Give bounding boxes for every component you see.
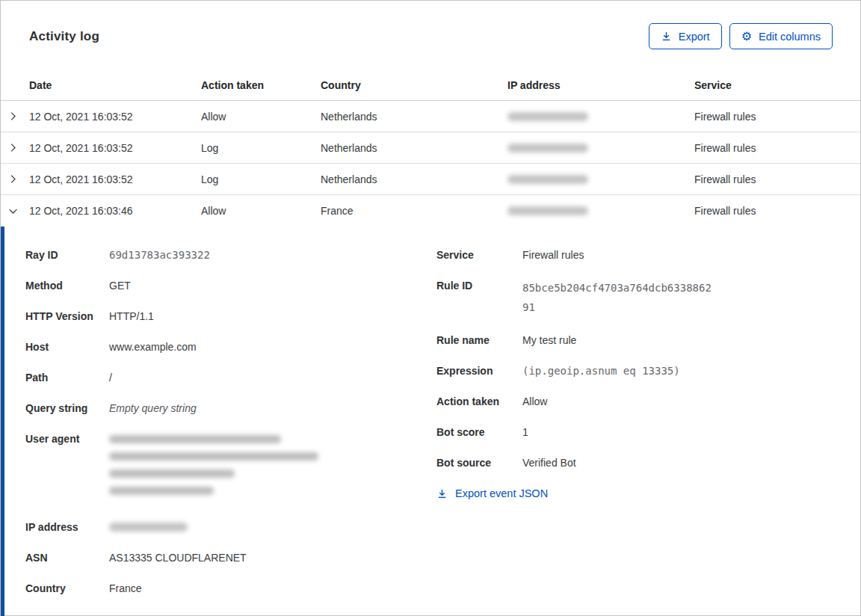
- cell-date: 12 Oct, 2021 16:03:46: [29, 205, 201, 217]
- detail-field-path: Path /: [25, 370, 408, 385]
- table-row[interactable]: 12 Oct, 2021 16:03:52 Log Netherlands Fi…: [1, 132, 860, 164]
- column-header-service: Service: [694, 79, 860, 91]
- chevron-right-icon[interactable]: [1, 111, 29, 122]
- redacted-ip-address: [507, 112, 588, 121]
- detail-column-right: Service Firewall rules Rule ID 85bce5b20…: [436, 247, 845, 502]
- chevron-down-icon[interactable]: [1, 206, 29, 217]
- table-row[interactable]: 12 Oct, 2021 16:03:52 Log Netherlands Fi…: [1, 164, 860, 195]
- redacted-user-agent: [109, 431, 408, 504]
- download-icon: [661, 31, 672, 42]
- cell-country: France: [321, 205, 507, 217]
- header: Activity log Export ⚙ Edit columns: [1, 1, 860, 49]
- activity-table: Date Action taken Country IP address Ser…: [1, 79, 860, 227]
- cell-country: Netherlands: [321, 111, 507, 123]
- detail-field-rule-name: Rule name My test rule: [436, 333, 845, 348]
- cell-service: Firewall rules: [694, 142, 860, 154]
- export-event-json-label: Export event JSON: [455, 487, 548, 499]
- detail-field-ray-id: Ray ID 69d13783ac393322: [25, 247, 408, 262]
- cell-action-taken: Allow: [201, 111, 321, 123]
- cell-action-taken: Allow: [201, 205, 321, 217]
- edit-columns-button-label: Edit columns: [759, 31, 821, 43]
- cell-date: 12 Oct, 2021 16:03:52: [29, 142, 201, 154]
- event-detail-panel: Ray ID 69d13783ac393322 Method GET HTTP …: [1, 227, 860, 616]
- redacted-ip-address: [109, 523, 188, 532]
- redacted-ip-address: [507, 206, 588, 215]
- page-title: Activity log: [29, 29, 99, 44]
- cell-country: Netherlands: [321, 142, 507, 154]
- export-button-label: Export: [679, 31, 710, 43]
- gear-icon: ⚙: [741, 31, 752, 43]
- column-header-ip-address: IP address: [507, 79, 694, 91]
- detail-field-query-string: Query string Empty query string: [25, 401, 408, 416]
- detail-field-asn: ASN AS13335 CLOUDFLARENET: [25, 550, 408, 565]
- detail-column-left: Ray ID 69d13783ac393322 Method GET HTTP …: [25, 247, 408, 612]
- export-button[interactable]: Export: [649, 23, 722, 49]
- cell-service: Firewall rules: [694, 205, 860, 217]
- column-header-country: Country: [321, 79, 507, 91]
- table-row[interactable]: 12 Oct, 2021 16:03:52 Allow Netherlands …: [1, 101, 860, 132]
- detail-field-ip-address: IP address: [25, 520, 408, 535]
- detail-field-rule-id: Rule ID 85bce5b204cf4703a764dcb633886291: [436, 278, 845, 317]
- detail-field-action-taken: Action taken Allow: [436, 394, 845, 409]
- redacted-ip-address: [507, 175, 588, 184]
- detail-field-method: Method GET: [25, 278, 408, 293]
- cell-country: Netherlands: [321, 173, 507, 185]
- cell-action-taken: Log: [201, 142, 321, 154]
- column-header-action-taken: Action taken: [201, 79, 321, 91]
- redacted-ip-address: [507, 144, 588, 153]
- detail-field-http-version: HTTP Version HTTP/1.1: [25, 309, 408, 324]
- edit-columns-button[interactable]: ⚙ Edit columns: [729, 23, 833, 49]
- toolbar: Export ⚙ Edit columns: [649, 23, 833, 49]
- detail-field-service: Service Firewall rules: [436, 247, 845, 262]
- activity-log-panel: Activity log Export ⚙ Edit columns Date …: [0, 0, 861, 616]
- table-header-row: Date Action taken Country IP address Ser…: [1, 79, 860, 101]
- detail-field-user-agent: User agent: [25, 431, 408, 504]
- table-row-expanded[interactable]: 12 Oct, 2021 16:03:46 Allow France Firew…: [1, 195, 860, 227]
- cell-service: Firewall rules: [694, 111, 860, 123]
- cell-action-taken: Log: [201, 173, 321, 185]
- download-icon: [436, 488, 448, 499]
- export-event-json-link[interactable]: Export event JSON: [436, 487, 548, 499]
- detail-field-country: Country France: [25, 581, 408, 596]
- detail-field-bot-score: Bot score 1: [436, 425, 845, 440]
- detail-field-bot-source: Bot source Verified Bot: [436, 455, 845, 470]
- cell-date: 12 Oct, 2021 16:03:52: [29, 111, 201, 123]
- chevron-right-icon[interactable]: [1, 173, 29, 185]
- detail-field-host: Host www.example.com: [25, 339, 408, 354]
- cell-service: Firewall rules: [694, 173, 860, 185]
- chevron-right-icon[interactable]: [1, 142, 29, 153]
- column-header-date: Date: [29, 79, 201, 91]
- cell-date: 12 Oct, 2021 16:03:52: [29, 173, 201, 185]
- detail-field-expression: Expression (ip.geoip.asnum eq 13335): [436, 363, 845, 378]
